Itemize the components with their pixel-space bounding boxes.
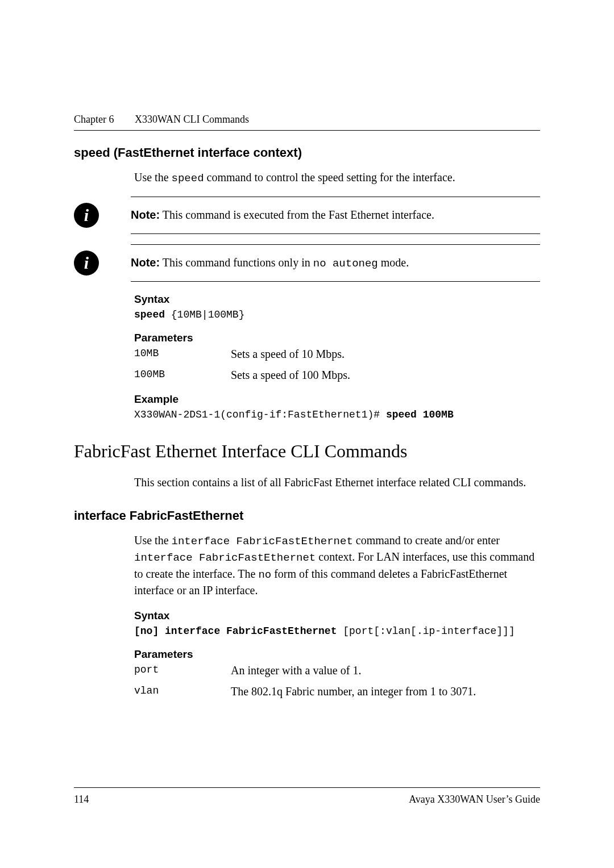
header-rule (74, 130, 540, 131)
section-heading-speed: speed (FastEthernet interface context) (74, 145, 540, 160)
param-name: 10MB (134, 348, 231, 361)
syntax-args: [port[:vlan[.ip-interface]]] (337, 625, 515, 637)
syntax-heading: Syntax (134, 610, 540, 622)
param-row: vlan The 802.1q Fabric number, an intege… (134, 685, 540, 698)
example-cmd: speed 100MB (386, 409, 454, 420)
note-block: i Note: This command is executed from th… (74, 197, 540, 234)
section-heading-interface-ffe: interface FabricFastEthernet (74, 508, 540, 523)
text: command to control the speed setting for… (204, 171, 455, 183)
note-rule-bottom (131, 233, 540, 234)
guide-title: Avaya X330WAN User’s Guide (409, 794, 540, 806)
note-rule-top (131, 244, 540, 245)
parameters-heading: Parameters (134, 648, 540, 661)
note-text: Note: This command functions only in no … (131, 256, 540, 270)
param-name: 100MB (134, 369, 231, 382)
code-no: no (258, 569, 271, 581)
syntax-line: speed {10MB|100MB} (134, 309, 540, 320)
footer-rule (74, 787, 540, 788)
note-label: Note: (131, 208, 160, 221)
syntax-args: {10MB|100MB} (165, 309, 244, 320)
example-prefix: X330WAN-2DS1-1(config-if:FastEthernet1)# (134, 409, 386, 420)
note-rule-bottom (131, 281, 540, 282)
code-ffe: interface FabricFastEthernet (172, 535, 353, 548)
code-no-autoneg: no autoneg (313, 257, 378, 270)
note-body: This command is executed from the Fast E… (163, 208, 434, 221)
interface-ffe-body: Use the interface FabricFastEthernet com… (134, 532, 540, 599)
syntax-line: [no] interface FabricFastEthernet [port[… (134, 625, 540, 637)
page-number: 114 (74, 794, 89, 806)
example-line: X330WAN-2DS1-1(config-if:FastEthernet1)#… (134, 409, 540, 420)
text: Use the (134, 171, 172, 183)
param-desc: An integer with a value of 1. (231, 664, 540, 677)
param-desc: Sets a speed of 100 Mbps. (231, 369, 540, 382)
syntax-heading: Syntax (134, 293, 540, 306)
note-body-b: mode. (378, 256, 409, 269)
syntax-kw: [no] interface FabricFastEthernet (134, 625, 337, 637)
section-heading-fabricfast: FabricFast Ethernet Interface CLI Comman… (74, 441, 540, 462)
param-desc: Sets a speed of 10 Mbps. (231, 348, 540, 361)
example-heading: Example (134, 393, 540, 406)
note-body-a: This command functions only in (163, 256, 313, 269)
param-desc: The 802.1q Fabric number, an integer fro… (231, 685, 540, 698)
parameters-heading: Parameters (134, 332, 540, 344)
fabricfast-intro: This section contains a list of all Fabr… (134, 474, 540, 490)
param-row: port An integer with a value of 1. (134, 664, 540, 677)
syntax-kw: speed (134, 309, 165, 320)
chapter-title: X330WAN CLI Commands (135, 114, 249, 125)
param-row: 10MB Sets a speed of 10 Mbps. (134, 348, 540, 361)
note-label: Note: (131, 256, 160, 269)
param-row: 100MB Sets a speed of 100 Mbps. (134, 369, 540, 382)
code-speed: speed (172, 172, 204, 185)
code-ffe: interface FabricFastEthernet (134, 552, 316, 564)
note-rule-top (131, 197, 540, 197)
note-block: i Note: This command functions only in n… (74, 244, 540, 282)
speed-intro: Use the speed command to control the spe… (134, 169, 540, 186)
running-header: Chapter 6 X330WAN CLI Commands (74, 114, 540, 126)
chapter-label: Chapter 6 (74, 114, 114, 125)
param-name: port (134, 664, 231, 677)
page-footer: 114 Avaya X330WAN User’s Guide (74, 787, 540, 806)
text: command to create and/or enter (353, 534, 500, 546)
info-icon: i (74, 203, 99, 228)
text: Use the (134, 534, 172, 546)
note-text: Note: This command is executed from the … (131, 208, 540, 222)
info-icon: i (74, 251, 99, 276)
param-name: vlan (134, 685, 231, 698)
